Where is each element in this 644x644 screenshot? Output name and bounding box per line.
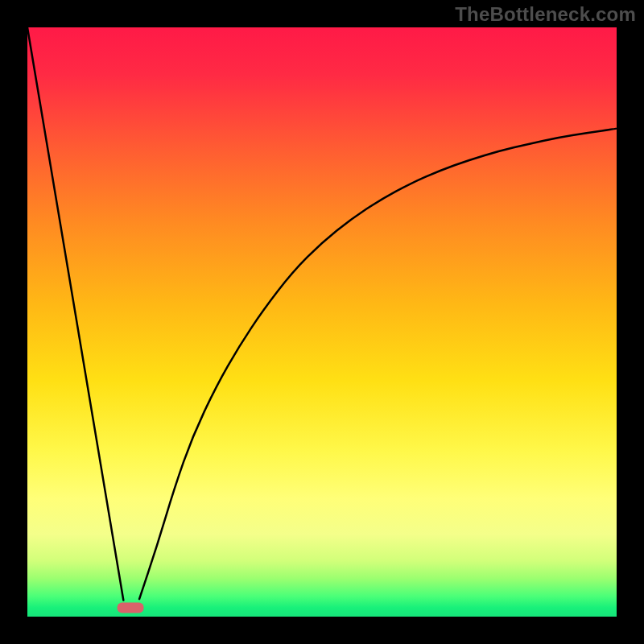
bottleneck-chart [0,0,644,644]
plot-background [27,27,617,617]
optimal-point-marker [118,603,144,613]
chart-frame: TheBottleneck.com [0,0,644,644]
